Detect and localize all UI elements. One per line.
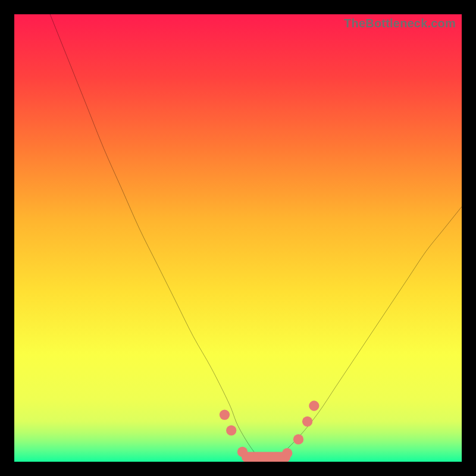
marker-dot xyxy=(302,416,312,427)
chart-svg xyxy=(14,14,462,462)
marker-dot xyxy=(226,425,236,436)
bottleneck-curve xyxy=(50,14,462,458)
watermark-text: TheBottleneck.com xyxy=(344,17,456,30)
curve-group xyxy=(50,14,462,462)
marker-dot xyxy=(309,400,319,411)
plot-area: TheBottleneck.com xyxy=(14,14,462,462)
marker-dot xyxy=(293,434,303,444)
marker-dot xyxy=(237,447,248,457)
marker-dot xyxy=(220,409,230,419)
marker-dot xyxy=(282,448,292,458)
